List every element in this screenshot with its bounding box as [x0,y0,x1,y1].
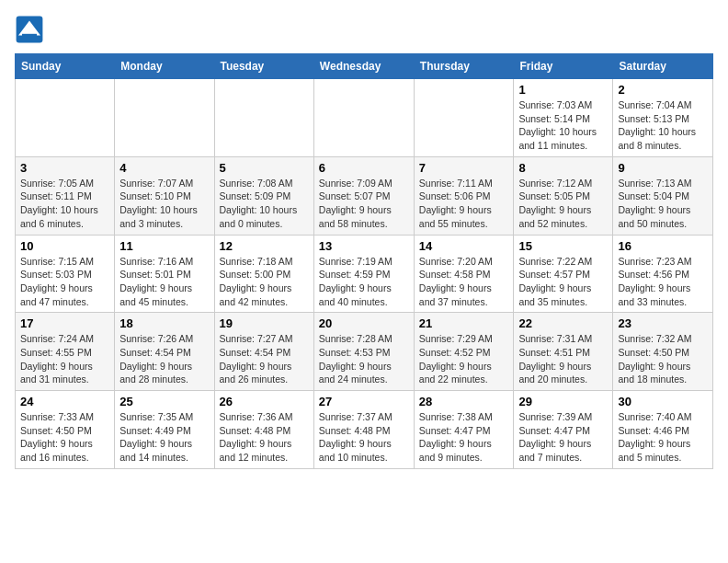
day-cell: 16Sunrise: 7:23 AMSunset: 4:56 PMDayligh… [613,235,713,313]
day-cell: 6Sunrise: 7:09 AMSunset: 5:07 PMDaylight… [313,156,414,235]
day-info: Sunrise: 7:15 AMSunset: 5:03 PMDaylight:… [20,255,109,309]
day-number: 27 [319,395,409,408]
day-info: Sunrise: 7:03 AMSunset: 5:14 PMDaylight:… [518,98,608,153]
week-row: 3Sunrise: 7:05 AMSunset: 5:11 PMDaylight… [16,156,713,235]
day-number: 11 [119,239,209,253]
day-number: 1 [518,83,608,97]
week-row: 1Sunrise: 7:03 AMSunset: 5:14 PMDaylight… [16,79,713,157]
day-info: Sunrise: 7:13 AMSunset: 5:04 PMDaylight:… [618,177,708,231]
day-info: Sunrise: 7:04 AMSunset: 5:13 PMDaylight:… [618,98,708,153]
day-number: 8 [518,161,608,175]
day-number: 20 [319,316,409,330]
day-info: Sunrise: 7:40 AMSunset: 4:46 PMDaylight:… [618,410,708,465]
day-info: Sunrise: 7:38 AMSunset: 4:47 PMDaylight:… [419,410,509,465]
day-cell: 17Sunrise: 7:24 AMSunset: 4:55 PMDayligh… [16,313,115,391]
day-info: Sunrise: 7:35 AMSunset: 4:49 PMDaylight:… [119,410,209,465]
day-cell: 26Sunrise: 7:36 AMSunset: 4:48 PMDayligh… [214,391,313,469]
day-cell: 14Sunrise: 7:20 AMSunset: 4:58 PMDayligh… [414,235,514,313]
day-number: 16 [618,239,708,253]
day-number: 28 [419,395,509,408]
day-cell: 29Sunrise: 7:39 AMSunset: 4:47 PMDayligh… [514,391,613,469]
day-number: 3 [20,161,109,175]
day-cell: 24Sunrise: 7:33 AMSunset: 4:50 PMDayligh… [16,391,115,469]
calendar: SundayMondayTuesdayWednesdayThursdayFrid… [15,53,713,469]
day-cell: 25Sunrise: 7:35 AMSunset: 4:49 PMDayligh… [115,391,214,469]
weekday-header-friday: Friday [514,54,613,79]
day-cell: 11Sunrise: 7:16 AMSunset: 5:01 PMDayligh… [115,235,214,313]
day-number: 23 [618,316,708,330]
day-number: 22 [518,316,608,330]
header [15,15,713,44]
day-cell: 2Sunrise: 7:04 AMSunset: 5:13 PMDaylight… [613,79,713,157]
day-info: Sunrise: 7:32 AMSunset: 4:50 PMDaylight:… [618,332,708,386]
weekday-header-tuesday: Tuesday [214,54,313,79]
day-cell: 4Sunrise: 7:07 AMSunset: 5:10 PMDaylight… [115,156,214,235]
calendar-header: SundayMondayTuesdayWednesdayThursdayFrid… [16,54,713,79]
day-number: 21 [419,316,509,330]
week-row: 10Sunrise: 7:15 AMSunset: 5:03 PMDayligh… [16,235,713,313]
day-number: 10 [20,239,109,253]
day-info: Sunrise: 7:26 AMSunset: 4:54 PMDaylight:… [119,332,209,386]
day-info: Sunrise: 7:23 AMSunset: 4:56 PMDaylight:… [618,255,708,309]
week-row: 17Sunrise: 7:24 AMSunset: 4:55 PMDayligh… [16,313,713,391]
day-cell: 1Sunrise: 7:03 AMSunset: 5:14 PMDaylight… [514,79,613,157]
weekday-header-sunday: Sunday [16,54,115,79]
day-cell: 8Sunrise: 7:12 AMSunset: 5:05 PMDaylight… [514,156,613,235]
day-cell: 22Sunrise: 7:31 AMSunset: 4:51 PMDayligh… [514,313,613,391]
day-number: 18 [119,316,209,330]
day-number: 2 [618,83,708,97]
day-cell [313,79,414,157]
day-cell: 5Sunrise: 7:08 AMSunset: 5:09 PMDaylight… [214,156,313,235]
day-cell [414,79,514,157]
weekday-header-wednesday: Wednesday [313,54,414,79]
day-info: Sunrise: 7:11 AMSunset: 5:06 PMDaylight:… [419,177,509,231]
day-number: 7 [419,161,509,175]
day-info: Sunrise: 7:19 AMSunset: 4:59 PMDaylight:… [319,255,409,309]
day-cell: 18Sunrise: 7:26 AMSunset: 4:54 PMDayligh… [115,313,214,391]
day-info: Sunrise: 7:09 AMSunset: 5:07 PMDaylight:… [319,177,409,231]
day-info: Sunrise: 7:24 AMSunset: 4:55 PMDaylight:… [20,332,109,386]
day-info: Sunrise: 7:27 AMSunset: 4:54 PMDaylight:… [220,332,309,386]
day-info: Sunrise: 7:37 AMSunset: 4:48 PMDaylight:… [319,410,409,465]
day-cell: 20Sunrise: 7:28 AMSunset: 4:53 PMDayligh… [313,313,414,391]
svg-rect-2 [22,34,37,37]
day-info: Sunrise: 7:29 AMSunset: 4:52 PMDaylight:… [419,332,509,386]
day-number: 13 [319,239,409,253]
day-info: Sunrise: 7:33 AMSunset: 4:50 PMDaylight:… [20,410,109,465]
day-cell: 30Sunrise: 7:40 AMSunset: 4:46 PMDayligh… [613,391,713,469]
day-cell [214,79,313,157]
day-number: 14 [419,239,509,253]
day-number: 30 [618,395,708,408]
day-info: Sunrise: 7:28 AMSunset: 4:53 PMDaylight:… [319,332,409,386]
day-info: Sunrise: 7:07 AMSunset: 5:10 PMDaylight:… [119,177,209,231]
day-number: 24 [20,395,109,408]
week-row: 24Sunrise: 7:33 AMSunset: 4:50 PMDayligh… [16,391,713,469]
day-cell: 15Sunrise: 7:22 AMSunset: 4:57 PMDayligh… [514,235,613,313]
day-cell: 3Sunrise: 7:05 AMSunset: 5:11 PMDaylight… [16,156,115,235]
weekday-header-monday: Monday [115,54,214,79]
day-number: 15 [518,239,608,253]
calendar-body: 1Sunrise: 7:03 AMSunset: 5:14 PMDaylight… [16,79,713,469]
day-cell: 23Sunrise: 7:32 AMSunset: 4:50 PMDayligh… [613,313,713,391]
weekday-header-thursday: Thursday [414,54,514,79]
day-cell: 7Sunrise: 7:11 AMSunset: 5:06 PMDaylight… [414,156,514,235]
day-number: 26 [220,395,309,408]
day-number: 17 [20,316,109,330]
logo-icon [15,15,44,44]
day-info: Sunrise: 7:18 AMSunset: 5:00 PMDaylight:… [220,255,309,309]
day-number: 29 [518,395,608,408]
day-info: Sunrise: 7:05 AMSunset: 5:11 PMDaylight:… [20,177,109,231]
day-cell: 9Sunrise: 7:13 AMSunset: 5:04 PMDaylight… [613,156,713,235]
day-cell [115,79,214,157]
day-number: 6 [319,161,409,175]
day-number: 12 [220,239,309,253]
day-number: 19 [220,316,309,330]
day-number: 25 [119,395,209,408]
day-cell: 10Sunrise: 7:15 AMSunset: 5:03 PMDayligh… [16,235,115,313]
day-cell [16,79,115,157]
day-info: Sunrise: 7:39 AMSunset: 4:47 PMDaylight:… [518,410,608,465]
day-cell: 13Sunrise: 7:19 AMSunset: 4:59 PMDayligh… [313,235,414,313]
day-info: Sunrise: 7:20 AMSunset: 4:58 PMDaylight:… [419,255,509,309]
day-cell: 19Sunrise: 7:27 AMSunset: 4:54 PMDayligh… [214,313,313,391]
day-number: 9 [618,161,708,175]
